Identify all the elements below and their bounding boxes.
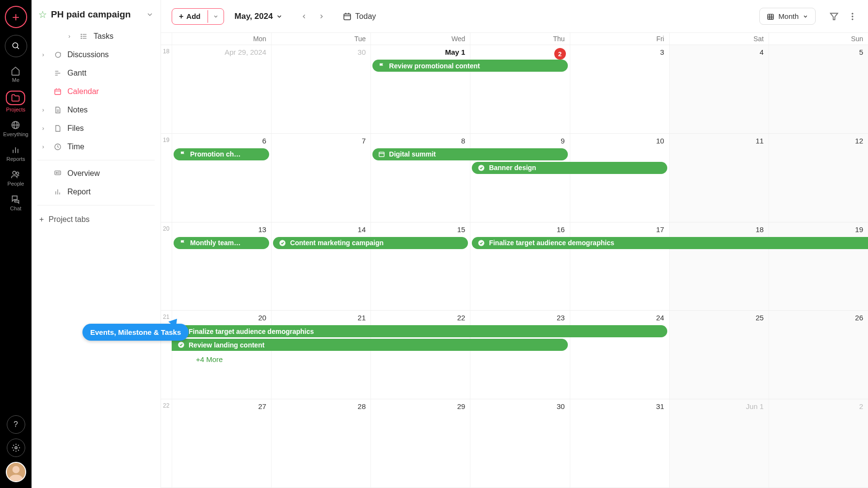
date-label: 30 [475, 402, 564, 410]
calendar-cell[interactable]: 27 [172, 399, 271, 488]
svg-point-8 [13, 171, 16, 174]
calendar-cell[interactable]: 3 [570, 45, 669, 133]
calendar-event[interactable]: Finalize target audience demographics [472, 237, 868, 249]
calendar-cell[interactable]: 29 [370, 399, 470, 488]
calendar-cell[interactable]: 4 [669, 45, 769, 133]
calendar-cell[interactable]: Apr 29, 2024 [172, 45, 271, 133]
calendar-cell[interactable]: May 1 [370, 45, 470, 133]
flag-icon [378, 63, 385, 69]
check-icon [177, 341, 185, 348]
week-number: 20 [161, 222, 172, 311]
sidebar-item-tasks[interactable]: ›Tasks [35, 27, 157, 46]
filter-button[interactable] [829, 12, 839, 21]
sidebar-item-calendar[interactable]: Calendar [35, 82, 157, 101]
calendar-cell[interactable]: 17 [570, 222, 669, 311]
sidebar-item-discussions[interactable]: ›Discussions [35, 46, 157, 64]
more-events-link[interactable]: +4 More [196, 355, 223, 363]
day-header: Sat [669, 33, 769, 45]
calendar-cell[interactable]: 15 [370, 222, 470, 311]
project-dropdown[interactable] [146, 11, 154, 18]
plus-icon: + [39, 215, 44, 224]
calendar-event[interactable]: Banner design [472, 162, 667, 174]
date-label: 15 [376, 225, 465, 234]
calendar-cell[interactable]: 2 [470, 45, 569, 133]
sidebar-item-overview[interactable]: Overview [35, 164, 157, 183]
date-label: 17 [575, 225, 664, 234]
calendar-cell[interactable]: 13 [172, 222, 271, 311]
calendar-event[interactable]: Content marketing campaign [273, 237, 468, 249]
calendar-event[interactable]: Review landing content [172, 339, 568, 351]
help-button[interactable]: ? [7, 415, 25, 434]
date-label: 24 [575, 314, 664, 322]
view-label: Month [778, 12, 799, 20]
calendar-cell[interactable]: 25 [669, 311, 769, 399]
discuss-icon [54, 51, 63, 59]
user-avatar[interactable] [6, 462, 26, 482]
calendar-event[interactable]: Digital summit [372, 148, 567, 160]
prev-button[interactable] [296, 9, 312, 24]
date-label: 13 [177, 225, 266, 234]
month-picker[interactable]: May, 2024 [235, 12, 283, 21]
sidebar-item-gantt[interactable]: Gantt [35, 64, 157, 82]
chevron-right-icon: › [42, 143, 49, 150]
project-tabs-button[interactable]: + Project tabs [32, 209, 161, 230]
rail-item-everything[interactable]: Everything [3, 116, 29, 141]
calendar-cell[interactable]: 22 [370, 311, 470, 399]
calendar-cell[interactable]: 30 [271, 45, 370, 133]
calendar-event[interactable]: Review promotional content [372, 60, 567, 72]
global-add-button[interactable]: + [5, 6, 27, 28]
add-button[interactable]: + Add [172, 9, 208, 24]
calendar-cell[interactable]: 16 [470, 222, 569, 311]
check-icon [478, 164, 485, 172]
calendar-cell[interactable]: 23 [470, 311, 569, 399]
time-icon [54, 143, 63, 151]
more-button[interactable] [848, 12, 857, 21]
rail-item-reports[interactable]: Reports [3, 141, 29, 166]
month-label: May, 2024 [235, 12, 273, 21]
chevron-right-icon: › [42, 51, 49, 58]
next-button[interactable] [314, 9, 329, 24]
rail-item-chat[interactable]: Chat [3, 190, 29, 215]
sidebar-item-report[interactable]: Report [35, 183, 157, 201]
calendar-cell[interactable]: 9 [470, 134, 569, 222]
calendar-event[interactable]: Promotion ch… [174, 148, 269, 160]
calendar-cell[interactable]: 21 [271, 311, 370, 399]
rail-item-people[interactable]: People [3, 166, 29, 190]
calendar-cell[interactable]: 10 [570, 134, 669, 222]
calendar-week: 18Apr 29, 202430May 12345Review promotio… [161, 45, 868, 134]
calendar-cell[interactable]: Jun 1 [669, 399, 769, 488]
calendar-cell[interactable]: 14 [271, 222, 370, 311]
calendar-cell[interactable]: 24 [570, 311, 669, 399]
calendar-cell[interactable]: 18 [669, 222, 769, 311]
today-button[interactable]: Today [343, 12, 376, 21]
calendar-cell[interactable]: 20 [172, 311, 271, 399]
sidebar-item-label: Tasks [94, 32, 113, 41]
add-dropdown[interactable] [208, 10, 224, 23]
global-search-button[interactable] [5, 35, 27, 57]
calendar-event[interactable]: Finalize target audience demographics [172, 325, 667, 337]
calendar-cell[interactable]: 5 [769, 45, 868, 133]
calendar-cell[interactable]: 19 [769, 222, 868, 311]
calendar-cell[interactable]: 31 [570, 399, 669, 488]
calendar-cell[interactable]: 11 [669, 134, 769, 222]
view-switcher[interactable]: Month [759, 8, 816, 25]
sidebar-item-files[interactable]: ›Files [35, 119, 157, 138]
notification-badge[interactable]: 2 [554, 48, 566, 60]
rail-item-projects[interactable]: Projects [3, 87, 29, 116]
calendar-cell[interactable]: 7 [271, 134, 370, 222]
calendar-cell[interactable]: 12 [769, 134, 868, 222]
calendar-event[interactable]: Monthly team… [174, 237, 269, 249]
sidebar-item-notes[interactable]: ›Notes [35, 101, 157, 119]
gantt-icon [54, 69, 63, 77]
calendar-cell[interactable]: 26 [769, 311, 868, 399]
settings-button[interactable] [7, 439, 25, 457]
calendar-cell[interactable]: 6 [172, 134, 271, 222]
project-title[interactable]: PH paid campaign [51, 9, 142, 20]
calendar-cell[interactable]: 30 [470, 399, 569, 488]
rail-item-me[interactable]: Me [3, 62, 29, 87]
star-icon[interactable]: ☆ [38, 9, 47, 20]
calendar-cell[interactable]: 2 [769, 399, 868, 488]
calendar-cell[interactable]: 8 [370, 134, 470, 222]
calendar-cell[interactable]: 28 [271, 399, 370, 488]
sidebar-item-time[interactable]: ›Time [35, 138, 157, 156]
